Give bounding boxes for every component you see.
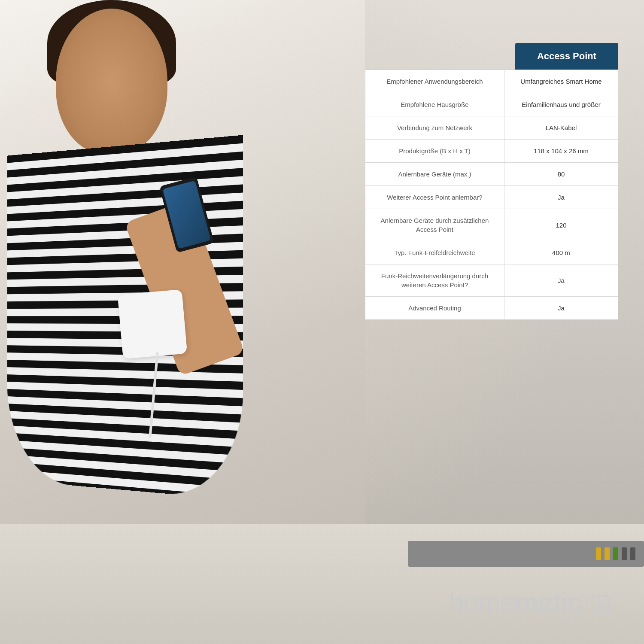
brand-regular: home (449, 587, 514, 618)
port-5 (630, 547, 635, 560)
table-row: Anlernbare Geräte (max.)80 (365, 163, 618, 186)
spec-value: 118 x 104 x 26 mm (504, 140, 618, 163)
access-point-header: Access Point (515, 43, 618, 70)
spec-label: Empfohlene Hausgröße (365, 93, 504, 116)
spec-value: Ja (504, 297, 618, 320)
spec-value: Ja (504, 186, 618, 209)
comparison-table-container: Access Point Empfohlener Anwendungsberei… (365, 43, 618, 320)
spec-label: Anlernbare Geräte (max.) (365, 163, 504, 186)
table-row: Typ. Funk-Freifeldreichweite400 m (365, 241, 618, 264)
table-row: Funk-Reichweitenverlängerung durch weite… (365, 264, 618, 297)
table-row: Anlernbare Geräte durch zusätzlichen Acc… (365, 209, 618, 241)
table-header: Access Point (365, 43, 618, 70)
spec-label: Verbindung zum Netzwerk (365, 116, 504, 140)
spec-label: Weiterer Access Point anlernbar? (365, 186, 504, 209)
spec-value: 80 (504, 163, 618, 186)
spec-label: Anlernbare Geräte durch zusätzlichen Acc… (365, 209, 504, 241)
spec-label: Advanced Routing (365, 297, 504, 320)
spec-label: Typ. Funk-Freifeldreichweite (365, 241, 504, 264)
spec-label: Empfohlener Anwendungsbereich (365, 70, 504, 93)
brand-text: homematic ip (449, 586, 610, 618)
network-device-area (386, 524, 644, 567)
table-row: Weiterer Access Point anlernbar?Ja (365, 186, 618, 209)
port-4 (622, 547, 627, 560)
router-ports (596, 547, 635, 560)
spec-value: 120 (504, 209, 618, 241)
table-row: Advanced RoutingJa (365, 297, 618, 320)
spec-value: Umfangreiches Smart Home (504, 70, 618, 93)
spec-value: LAN-Kabel (504, 116, 618, 140)
spec-value: Ja (504, 264, 618, 297)
table-row: Empfohlene HausgrößeEinfamilienhaus und … (365, 93, 618, 116)
spec-value: 400 m (504, 241, 618, 264)
spec-value: Einfamilienhaus und größer (504, 93, 618, 116)
table-row: Produktgröße (B x H x T)118 x 104 x 26 m… (365, 140, 618, 163)
person-photo (0, 0, 365, 601)
table-row: Verbindung zum NetzwerkLAN-Kabel (365, 116, 618, 140)
spec-label: Produktgröße (B x H x T) (365, 140, 504, 163)
table-row: Empfohlener AnwendungsbereichUmfangreich… (365, 70, 618, 93)
brand-badge: ip (591, 595, 610, 614)
router-body (408, 541, 644, 567)
spec-label: Funk-Reichweitenverlängerung durch weite… (365, 264, 504, 297)
specs-table: Empfohlener AnwendungsbereichUmfangreich… (365, 70, 618, 320)
homematic-device (118, 289, 188, 359)
port-1 (596, 547, 601, 560)
brand-bold: matic (514, 587, 582, 618)
person-face (56, 9, 167, 155)
brand-logo: homematic ip (449, 586, 610, 618)
port-3 (613, 547, 618, 560)
port-2 (605, 547, 610, 560)
